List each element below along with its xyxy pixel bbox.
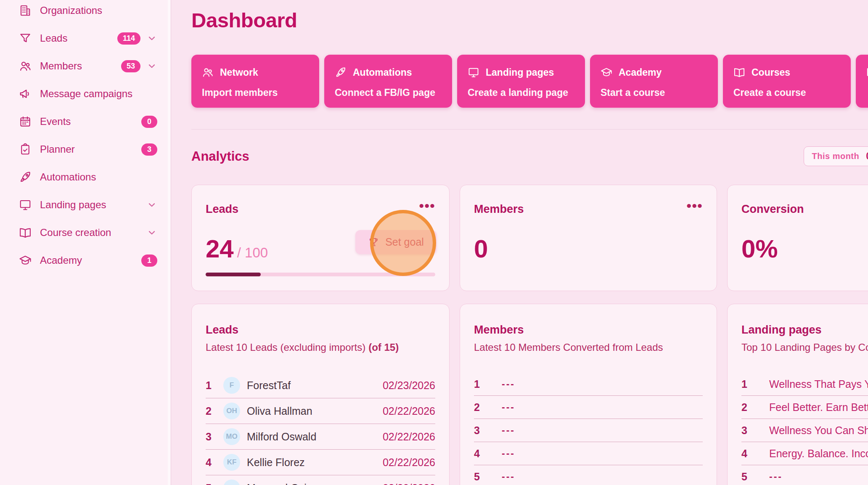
landing-page-row[interactable]: 2 Feel Better. Earn Better. bbox=[741, 396, 868, 419]
empty-value: --- bbox=[769, 471, 783, 482]
rocket-icon bbox=[335, 66, 347, 78]
quick-action-sublabel: Create a landing page bbox=[468, 87, 574, 98]
lead-row[interactable]: 1 F ForestTaf 02/23/2026 bbox=[206, 373, 435, 398]
sidebar-item-events[interactable]: Events 0 bbox=[0, 108, 171, 135]
sidebar-item-landing-pages[interactable]: Landing pages bbox=[0, 191, 171, 219]
members-count-badge: 53 bbox=[121, 60, 140, 72]
funnel-icon bbox=[19, 32, 32, 45]
set-goal-button[interactable]: Set goal bbox=[355, 230, 437, 254]
member-row: 2 --- bbox=[474, 396, 703, 419]
quick-action-label: Academy bbox=[619, 67, 662, 78]
conversion-value: 0% bbox=[741, 234, 778, 263]
landing-page-row[interactable]: 1 Wellness That Pays You Back bbox=[741, 373, 868, 396]
empty-value: --- bbox=[502, 425, 515, 436]
quick-action-courses[interactable]: Courses Create a course bbox=[723, 55, 851, 108]
landing-page-name[interactable]: Energy. Balance. Income. bbox=[769, 448, 868, 460]
list-card-title: Members bbox=[474, 323, 703, 337]
row-rank: 1 bbox=[206, 379, 218, 392]
quick-action-automations[interactable]: Automations Connect a FB/IG page bbox=[324, 55, 452, 108]
member-row: 3 --- bbox=[474, 419, 703, 442]
list-card-subtitle: Latest 10 Members Converted from Leads bbox=[474, 342, 703, 353]
leads-progress-fill bbox=[206, 273, 261, 276]
sidebar-item-course-creation[interactable]: Course creation bbox=[0, 219, 171, 246]
list-card-title: Leads bbox=[206, 323, 435, 337]
lead-row[interactable]: 2 OH Oliva Hallman 02/22/2026 bbox=[206, 398, 435, 424]
avatar: KF bbox=[223, 454, 240, 471]
dashboard-app: Organizations Leads 114 Members 53 Messa… bbox=[0, 0, 868, 485]
sidebar-item-planner[interactable]: Planner 3 bbox=[0, 135, 171, 163]
stat-card-title: Leads bbox=[206, 203, 238, 216]
sidebar-item-label: Planner bbox=[40, 143, 141, 155]
landing-pages-list-card: Landing pages Top 10 Landing Pages by Co… bbox=[727, 304, 868, 485]
sidebar-item-organizations[interactable]: Organizations bbox=[0, 0, 171, 24]
leads-stat-card: Leads ••• 24 / 100 Set goal bbox=[191, 185, 450, 291]
row-rank: 5 bbox=[741, 471, 754, 483]
list-card-subtitle: Top 10 Landing Pages by Convers bbox=[741, 342, 868, 353]
sidebar-item-label: Course creation bbox=[40, 227, 146, 239]
chevron-down-icon[interactable] bbox=[146, 61, 157, 72]
row-rank: 5 bbox=[474, 471, 487, 483]
megaphone-icon bbox=[19, 87, 32, 100]
leads-count-badge: 114 bbox=[117, 32, 140, 45]
calendar-icon bbox=[19, 115, 32, 128]
lead-row[interactable]: 3 MO Milford Oswald 02/22/2026 bbox=[206, 424, 435, 450]
lead-date: 02/22/2026 bbox=[383, 405, 435, 417]
events-count-badge: 0 bbox=[141, 116, 157, 128]
quick-action-sublabel: Create a course bbox=[733, 87, 840, 98]
lead-name: Milford Oswald bbox=[247, 431, 316, 443]
sidebar-item-academy[interactable]: Academy 1 bbox=[0, 246, 171, 274]
period-selector[interactable]: This month 02/0 bbox=[804, 146, 868, 166]
leads-count-value: 24 bbox=[206, 234, 234, 263]
leads-list-card: Leads Latest 10 Leads (excluding imports… bbox=[191, 304, 450, 485]
leads-rows: 1 F ForestTaf 02/23/2026 2 OH Oliva Hall… bbox=[206, 373, 435, 485]
landing-page-row: 5 --- bbox=[741, 465, 868, 485]
lead-row[interactable]: 5 MC Maynard Caire 02/20/2026 bbox=[206, 475, 435, 485]
members-stat-card: Members ••• 0 bbox=[460, 185, 717, 291]
row-rank: 2 bbox=[741, 401, 754, 413]
members-count-value: 0 bbox=[474, 234, 488, 263]
main-content: Dashboard Network Import members Automat… bbox=[171, 0, 868, 485]
sidebar-item-members[interactable]: Members 53 bbox=[0, 52, 171, 80]
landing-page-name[interactable]: Wellness You Can Share bbox=[769, 424, 868, 437]
people-icon bbox=[202, 66, 214, 78]
sidebar-item-label: Automations bbox=[40, 171, 157, 183]
row-rank: 1 bbox=[474, 378, 487, 390]
open-book-icon bbox=[733, 66, 745, 78]
sidebar-item-automations[interactable]: Automations bbox=[0, 163, 171, 191]
lead-date: 02/22/2026 bbox=[383, 431, 435, 443]
landing-page-name[interactable]: Feel Better. Earn Better. bbox=[769, 401, 868, 413]
leads-progress-bar bbox=[206, 273, 435, 276]
chevron-down-icon[interactable] bbox=[146, 33, 157, 44]
sidebar-item-leads[interactable]: Leads 114 bbox=[0, 24, 171, 52]
quick-action-academy[interactable]: Academy Start a course bbox=[590, 55, 718, 108]
landing-pages-rows: 1 Wellness That Pays You Back 2 Feel Bet… bbox=[741, 373, 868, 485]
quick-action-landing-pages[interactable]: Landing pages Create a landing page bbox=[457, 55, 585, 108]
monitor-icon bbox=[468, 66, 479, 78]
sidebar-item-label: Message campaigns bbox=[40, 88, 157, 100]
chevron-down-icon[interactable] bbox=[146, 199, 157, 210]
analytics-title: Analytics bbox=[191, 149, 249, 164]
sidebar-item-label: Members bbox=[40, 60, 121, 72]
quick-action-network[interactable]: Network Import members bbox=[191, 55, 319, 108]
stat-card-title: Members bbox=[474, 203, 524, 216]
sidebar-item-label: Events bbox=[40, 116, 141, 127]
chevron-down-icon[interactable] bbox=[146, 227, 157, 238]
sidebar-item-label: Landing pages bbox=[40, 199, 146, 211]
lead-row[interactable]: 4 KF Kellie Florez 02/22/2026 bbox=[206, 450, 435, 475]
landing-page-name[interactable]: Wellness That Pays You Back bbox=[769, 378, 868, 390]
subtitle-text: Latest 10 Leads (excluding imports) bbox=[206, 342, 365, 353]
landing-page-row[interactable]: 4 Energy. Balance. Income. bbox=[741, 442, 868, 465]
ellipsis-menu-icon[interactable]: ••• bbox=[686, 203, 703, 209]
avatar: MO bbox=[223, 428, 240, 445]
lead-name: Kellie Florez bbox=[247, 456, 305, 469]
monitor-icon bbox=[19, 199, 32, 211]
sidebar-item-message-campaigns[interactable]: Message campaigns bbox=[0, 80, 171, 108]
member-row: 1 --- bbox=[474, 373, 703, 396]
ellipsis-menu-icon[interactable]: ••• bbox=[419, 203, 435, 209]
page-title: Dashboard bbox=[191, 8, 868, 32]
people-icon bbox=[19, 60, 32, 72]
empty-value: --- bbox=[502, 379, 515, 390]
landing-page-row[interactable]: 3 Wellness You Can Share bbox=[741, 419, 868, 442]
row-rank: 2 bbox=[206, 405, 218, 417]
quick-action-clipped[interactable] bbox=[856, 55, 868, 108]
